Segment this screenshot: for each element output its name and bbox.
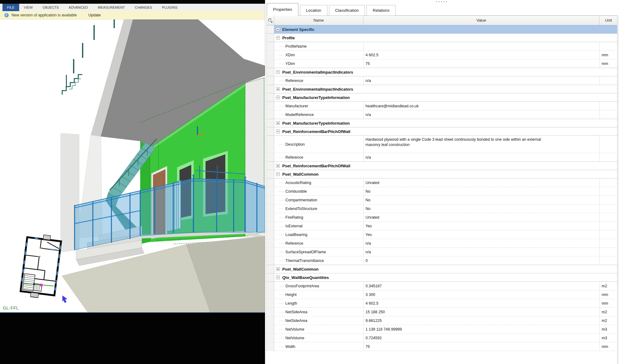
row-selector-cell[interactable] [267,162,274,170]
row-selector-cell[interactable] [267,342,274,351]
property-row[interactable]: Referencen/a [267,76,617,85]
property-row[interactable]: LoadBearingYes [267,230,617,239]
row-selector-cell[interactable] [267,299,274,307]
property-row[interactable]: DescriptionHardwood plywood with a singl… [267,136,617,153]
property-group-row[interactable]: +Element Specific [267,25,617,34]
collapse-icon[interactable]: − [276,96,280,99]
row-selector-cell[interactable] [267,68,274,76]
column-header-name[interactable]: Name [274,16,363,25]
tab-classification[interactable]: Classification [329,5,365,16]
row-selector-cell[interactable] [267,213,274,221]
row-selector-cell[interactable] [267,256,274,265]
property-row[interactable]: CombustibleNo [267,187,617,196]
property-row[interactable]: NetVolume0.724592m3 [267,334,617,342]
update-button[interactable]: Update [88,13,101,17]
menu-item-plugins[interactable]: PLUGINS [161,4,179,11]
row-selector-cell[interactable] [267,187,274,195]
column-header-value[interactable]: Value [363,16,600,25]
property-group-row[interactable]: −Pset_ReinforcementBarPitchOfWall [267,127,617,136]
property-group-row[interactable]: −Pset_WallCommon [267,170,617,178]
property-row[interactable]: FireRatingUnrated [267,213,617,222]
menu-item-file[interactable]: FILE [2,4,19,11]
property-row[interactable]: IsExternalYes [267,222,617,230]
row-selector-cell[interactable] [267,325,274,333]
property-row[interactable]: Width75mm [267,342,617,351]
property-row[interactable]: XDim4 602.5mm [267,51,617,59]
property-group-row[interactable]: −Qto_WallBaseQuantities [267,273,617,282]
row-selector-cell[interactable] [267,222,274,230]
row-selector-cell[interactable] [267,93,274,101]
expand-icon[interactable]: + [276,87,280,91]
property-row[interactable]: Length4 602.5mm [267,299,617,308]
expand-icon[interactable]: + [276,28,280,31]
property-group-row[interactable]: +Pset_ManufacturerTypeInformation [267,119,617,127]
property-row[interactable]: Manufacturerhealthcare@midlandlead.co.uk [267,102,617,110]
property-row[interactable]: NetSideArea9.661225m2 [267,316,617,325]
property-row[interactable]: GrossFootprintArea0.345187m2 [267,282,617,290]
property-row[interactable]: NetSideArea15 188 250m2 [267,308,617,316]
row-selector-cell[interactable] [267,51,274,59]
row-selector-cell[interactable] [267,25,274,33]
property-group-row[interactable]: −Profile [267,33,617,42]
row-selector-cell[interactable] [267,290,274,299]
property-row[interactable]: CompartmentationNo [267,196,617,204]
property-row[interactable]: ExtendToStructureNo [267,204,617,213]
collapse-icon[interactable]: − [276,130,280,133]
row-selector-cell[interactable] [267,42,274,50]
row-selector-cell[interactable] [267,119,274,127]
model-viewport[interactable]: FILEVIEWOBJECTSADVANCEDMEASUREMENTCHANGE… [0,0,265,364]
property-row[interactable]: Height3 300mm [267,290,617,299]
panel-drag-handle-icon[interactable] [436,1,447,2]
row-selector-cell[interactable] [267,110,274,119]
property-row[interactable]: ProfileName [267,42,617,51]
row-selector-cell[interactable] [267,59,274,68]
property-row[interactable]: Referencen/a [267,239,617,248]
row-selector-cell[interactable] [267,196,274,204]
row-selector-cell[interactable] [267,85,274,93]
collapse-icon[interactable]: − [276,276,280,279]
row-selector-cell[interactable] [267,282,274,290]
property-row[interactable]: SurfaceSpreadOfFlamen/a [267,248,617,256]
property-row[interactable]: AcousticRatingUnrated [267,178,617,187]
row-selector-cell[interactable] [267,248,274,256]
tab-properties[interactable]: Properties [267,3,298,16]
property-group-row[interactable]: −Pset_ManufacturerTypeInformation [267,93,617,102]
row-selector-cell[interactable] [267,127,274,135]
row-selector-cell[interactable] [267,170,274,178]
property-row[interactable]: YDim75mm [267,59,617,68]
row-selector-cell[interactable] [267,230,274,239]
row-selector-cell[interactable] [267,204,274,213]
menu-item-measurement[interactable]: MEASUREMENT [97,4,126,11]
row-selector-cell[interactable] [267,153,274,161]
row-selector-cell[interactable] [267,34,274,42]
row-selector-cell[interactable] [267,136,274,153]
row-selector-cell[interactable] [267,265,274,273]
row-selector-cell[interactable] [267,239,274,247]
property-row[interactable]: ThermalTransmittance0 [267,256,617,265]
3d-scene[interactable]: GL-FFL [0,19,265,313]
collapse-icon[interactable]: − [276,36,280,40]
row-selector-cell[interactable] [267,76,274,85]
property-row[interactable]: ModelReferencen/a [267,110,617,119]
expand-icon[interactable]: + [276,164,280,168]
collapse-icon[interactable]: − [276,172,280,176]
menu-item-advanced[interactable]: ADVANCED [68,4,89,11]
property-group-row[interactable]: +Pset_EnvironmentalImpactIndicators [267,85,617,93]
property-row[interactable]: NetVolume1 139 118 749.99999m3 [267,325,617,334]
column-header-unit[interactable]: Unit [600,16,617,25]
row-selector-cell[interactable] [267,308,274,316]
column-chooser-button[interactable] [267,16,274,25]
property-group-row[interactable]: +Pset_WallCommon [267,265,617,273]
row-selector-cell[interactable] [267,273,274,281]
expand-icon[interactable]: + [276,267,280,271]
property-row[interactable]: Referencen/a [267,153,617,162]
tab-location[interactable]: Location [300,5,327,16]
row-selector-cell[interactable] [267,334,274,342]
row-selector-cell[interactable] [267,102,274,110]
floor-plan[interactable] [20,233,62,300]
row-selector-cell[interactable] [267,316,274,325]
menu-item-view[interactable]: VIEW [23,4,34,11]
tab-relations[interactable]: Relations [366,5,396,16]
menu-item-objects[interactable]: OBJECTS [42,4,60,11]
collapse-icon[interactable]: − [276,70,280,74]
